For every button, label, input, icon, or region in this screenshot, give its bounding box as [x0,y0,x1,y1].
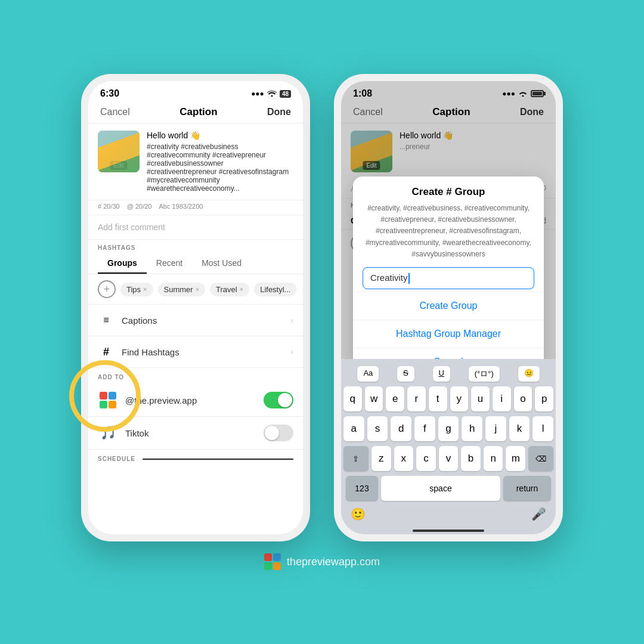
key-numbers[interactable]: 123 [346,476,378,501]
keyboard-tool-emoji[interactable]: 😐 [518,366,540,382]
group-tag-remove-summer[interactable]: × [196,286,199,293]
key-t[interactable]: t [429,386,447,411]
captions-chevron-icon: › [290,315,293,325]
home-indicator-right [413,530,484,532]
hashtag-count: # 20/30 [98,203,120,210]
key-s[interactable]: s [367,416,388,441]
keyboard-tool-kaomoji[interactable]: (°ロ°) [469,366,500,382]
wifi-icon [267,89,277,98]
keyboard-tool-strike[interactable]: S [397,366,414,382]
key-w[interactable]: w [365,386,383,411]
battery-icon: 48 [280,90,291,98]
captions-menu-row[interactable]: ≡ Captions › [88,305,303,336]
key-g[interactable]: g [438,416,459,441]
first-comment-left[interactable]: Add first comment [88,215,303,240]
hashtags-menu-row[interactable]: # Find Hashtags › [88,336,303,368]
group-name-input[interactable]: Creativity [363,267,534,289]
key-i[interactable]: i [493,386,511,411]
tab-most-used[interactable]: Most Used [192,253,251,274]
group-tag-summer[interactable]: Summer × [158,283,206,296]
key-p[interactable]: p [535,386,553,411]
key-m[interactable]: m [506,446,525,471]
signal-icon: ●●● [251,89,264,98]
mic-icon[interactable]: 🎤 [531,507,546,521]
schedule-bar: SCHEDULE [88,450,303,468]
keyboard-tool-aa[interactable]: Aa [357,366,379,382]
toggle-row-tiktok: 🎵 Tiktok [88,417,303,450]
key-x[interactable]: x [394,446,414,471]
dialog-overlay: Create # Group #creativity, #creativebus… [341,81,556,534]
tab-groups[interactable]: Groups [98,253,147,274]
post-thumbnail-left: Edit [98,131,140,172]
key-u[interactable]: u [471,386,490,411]
key-y[interactable]: y [450,386,469,411]
group-tag-tips[interactable]: Tips × [120,283,153,296]
page-title-left: Caption [179,106,217,118]
key-a[interactable]: a [343,416,364,441]
key-c[interactable]: c [416,446,436,471]
caption-text-area-left[interactable]: Hello world 👋 #creativity #creativebusin… [147,131,293,193]
keyboard-row-3: ⇧ z x c v b n m ⌫ [343,446,553,471]
caption-area-left: Edit Hello world 👋 #creativity #creative… [88,123,303,200]
key-q[interactable]: q [343,386,362,411]
done-button-left[interactable]: Done [267,107,291,117]
create-group-button[interactable]: Create Group [353,292,544,320]
schedule-line [143,459,293,460]
toggle-row-preview: @the.preview.app [88,384,303,417]
status-bar-left: 6:30 ●●● 48 [88,81,303,101]
key-n[interactable]: n [484,446,503,471]
preview-app-icon [98,390,118,410]
keyboard-row-4: 123 space return [343,476,553,501]
key-k[interactable]: k [509,416,530,441]
tab-recent[interactable]: Recent [147,253,192,274]
key-shift[interactable]: ⇧ [343,446,369,471]
input-value: Creativity [370,273,408,283]
footer-url: thepreviewapp.com [287,556,380,568]
hashtag-label-left: HASHTAGS [88,240,303,253]
key-z[interactable]: z [371,446,391,471]
key-r[interactable]: r [407,386,426,411]
group-tag-label: Summer [164,285,193,294]
group-tag-label: Travel [216,285,237,294]
group-tag-travel[interactable]: Travel × [210,283,249,296]
tiktok-icon: 🎵 [98,423,118,443]
hashtags-left: #creativity #creativebusiness #creativec… [147,143,293,193]
key-delete[interactable]: ⌫ [528,446,553,471]
hashtag-tabs-left: Groups Recent Most Used [88,253,303,274]
schedule-label: SCHEDULE [98,456,135,462]
key-space[interactable]: space [381,476,500,501]
caption-stats-left: # 20/30 @ 20/20 Abc 1983/2200 [88,200,303,215]
add-to-section: ADD TO @the.preview.app [88,368,303,450]
captions-label: Captions [122,315,283,326]
key-b[interactable]: b [461,446,481,471]
footer: thepreviewapp.com [264,553,380,570]
key-v[interactable]: v [439,446,459,471]
preview-toggle[interactable] [264,392,293,408]
key-l[interactable]: l [532,416,553,441]
keyboard-tool-underline[interactable]: U [433,366,450,382]
dialog-hashtags-preview: #creativity, #creativebusiness, #creativ… [353,203,544,267]
key-o[interactable]: o [514,386,532,411]
key-return[interactable]: return [503,476,551,501]
key-h[interactable]: h [462,416,482,441]
keyboard-row-2: a s d f g h j k l [343,416,553,441]
group-tag-remove-travel[interactable]: × [240,286,243,293]
add-group-button[interactable]: + [98,280,116,298]
key-d[interactable]: d [391,416,411,441]
tiktok-label: Tiktok [125,428,256,438]
keyboard-bottom: 🙂 🎤 [343,506,553,526]
key-e[interactable]: e [386,386,404,411]
cancel-button-left[interactable]: Cancel [100,107,130,117]
mention-count: @ 20/20 [127,203,152,210]
group-tag-label: Lifestyl... [260,285,290,294]
key-f[interactable]: f [414,416,435,441]
hashtags-label: Find Hashtags [122,347,283,357]
group-tag-lifestyle[interactable]: Lifestyl... [254,283,296,296]
tiktok-toggle[interactable] [264,425,293,441]
emoji-keyboard-icon[interactable]: 🙂 [351,507,366,521]
hashtag-section-left: HASHTAGS Groups Recent Most Used + Tips … [88,240,303,305]
group-tag-remove-tips[interactable]: × [143,286,147,293]
key-j[interactable]: j [485,416,506,441]
hashtag-group-manager-button[interactable]: Hashtag Group Manager [353,320,544,348]
footer-logo [264,553,281,570]
